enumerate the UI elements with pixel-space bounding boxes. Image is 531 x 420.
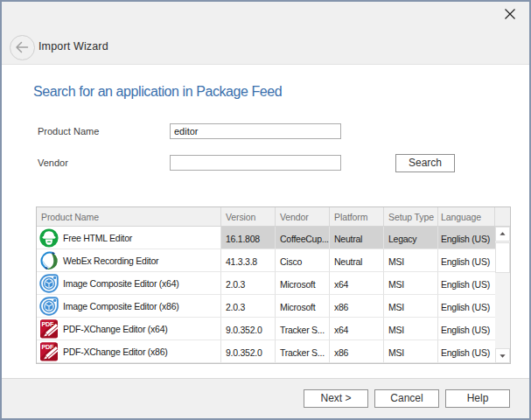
svg-text:PDF: PDF	[41, 342, 53, 350]
svg-text:PDF: PDF	[41, 319, 53, 327]
